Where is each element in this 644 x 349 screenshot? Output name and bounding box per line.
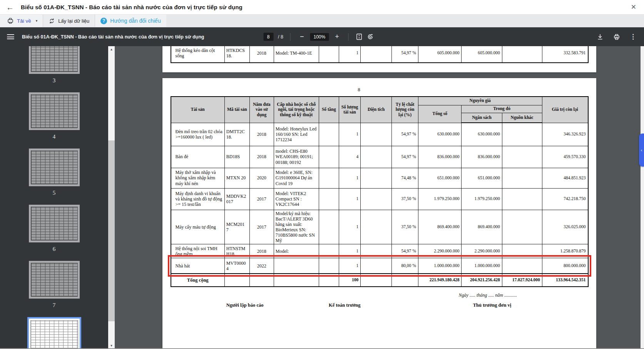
asset-table: Tài sản Mã tài sản Năm đưa vào sử dụng C… [171,96,589,287]
cell-spec: Model: Honeylux Led 160/160 SN: Led 1712… [274,123,319,146]
header-floors: Số tầng [319,97,339,123]
cell-asset: Hệ thống kéo dãn cột sống [171,46,225,63]
pdf-viewer-body: 3 4 5 6 7 [0,46,644,349]
side-panel-toggle[interactable]: ‹ [639,134,644,167]
cell-total: 630.000.000 [418,123,462,146]
zoom-in-button[interactable]: + [333,33,341,41]
zoom-level-badge: 100% [310,33,329,41]
cell-asset: Máy định danh vi khuẩn và kháng sinh đồ … [171,188,225,210]
cell-quantity: 1 [339,188,360,210]
cell-year: 2018 [249,244,274,258]
cell-year: 2020 [249,168,274,188]
download-button[interactable]: Tải về ▾ [0,15,43,27]
cell-spec: Model: e 360E, SN: G191000064 Dự án Covi… [274,168,319,188]
header-remaining-value: Giá trị còn lại [542,97,588,123]
download-label: Tải về [17,18,31,24]
cell-other [502,244,542,258]
question-icon: ? [100,18,107,24]
pdf-toolbar-center: / 8 − 100% + [263,27,374,46]
cell-budget: 605.000.000 [462,46,502,63]
download-icon [597,33,604,40]
thumbnail-page-6[interactable]: 6 [29,205,80,261]
header-year: Năm đưa vào sử dụng [249,97,274,123]
cell-asset: Máy cấy máu tự động [171,210,225,244]
thumbnail-page-3[interactable]: 3 [29,46,80,92]
cell-total-label: Tổng cộng [171,274,225,287]
cell-spec: Model: [274,244,319,258]
cell-area [361,46,392,63]
scroll-up-icon[interactable]: ▲ [108,46,115,53]
guide-link[interactable]: ? Hướng dẫn đối chiếu [95,15,166,27]
caret-down-icon: ▾ [36,19,38,23]
download-file-button[interactable] [597,33,604,40]
thumbnail-page-number: 5 [53,190,56,196]
page-scrollbar[interactable] [641,46,644,349]
asset-table-fragment: Hệ thống kéo dãn cột sống HTKDCS 18. 201… [171,46,589,63]
back-arrow-icon[interactable]: ← [6,3,14,11]
rotate-button[interactable] [367,33,374,40]
table-row-highlighted: Nhà hát MVT0000 4 2022 1 80,00 % 1.000.0… [171,258,588,274]
thumbnail-image [30,320,78,349]
header-original-price: Nguyên giá [418,97,542,105]
table-row: Máy cấy máu tự động MCM201 7 2017 Model/… [171,210,588,244]
thumbnail-page-8-selected[interactable] [27,317,81,349]
thumbnail-page-7[interactable]: 7 [29,261,80,317]
cell-floors [319,210,339,244]
cell-budget: 869.400.000 [462,210,502,244]
cell-quantity: 1 [339,168,360,188]
cell-quantity: 1 [339,46,360,63]
cell-empty [249,274,274,287]
fit-to-page-button[interactable] [356,33,363,40]
header-area: Diện tích [361,97,392,123]
thumbnail-sidebar: 3 4 5 6 7 [0,46,108,349]
cell-spec: Model: VITEK2 Compact SN : VK2C17644 [274,188,319,210]
cell-area [361,258,392,274]
header-total: Tổng số [418,105,462,123]
printer-icon [7,17,14,24]
cell-remaining: 1.258.870.879 [542,244,588,258]
cell-remaining: 326.025.000 [542,210,588,244]
print-button[interactable] [613,33,620,40]
zoom-out-button[interactable]: − [298,33,306,41]
cell-total-sum: 221.949.180.428 [418,274,462,287]
cell-quality: 54,97 % [392,46,418,63]
cell-quantity: 4 [339,146,360,168]
toolbar-divider [348,33,349,41]
cell-empty [361,274,392,287]
thumbnail-page-5[interactable]: 5 [29,149,80,205]
signature-preparer: Người lập báo cáo [226,302,264,308]
menu-icon[interactable] [7,33,14,41]
print-icon [613,33,620,40]
cell-year: 2017 [249,188,274,210]
sidebar-scrollbar-thumb[interactable] [108,140,115,321]
cell-other [502,168,542,188]
window-titlebar: ← Biểu số 01A-ĐK_TSNN - Báo cáo tài sản … [0,0,644,15]
thumbnail-page-number: 4 [53,134,56,140]
cell-area [361,123,392,146]
cell-quality: 54,97 % [392,146,418,168]
cell-floors [319,123,339,146]
cell-budget: 651.000.000 [462,168,502,188]
thumbnail-image [31,46,78,72]
reload-data-button[interactable]: Lấy lại dữ liệu [43,15,95,27]
cell-budget: 1.979.250.000 [462,188,502,210]
signature-unit-head: Thủ trưởng đơn vị [473,302,512,308]
thumbnail-page-4[interactable]: 4 [29,92,80,149]
header-quantity: Số lượng tài sản [339,97,360,123]
cell-remaining: 800.000.000 [542,258,588,274]
table-row: Máy định danh vi khuẩn và kháng sinh đồ … [171,188,588,210]
header-quality: Tỷ lệ chất lượng còn lại (%) [392,97,418,123]
reload-data-label: Lấy lại dữ liệu [58,18,89,24]
page-number-input[interactable] [263,33,273,41]
header-budget: Ngân sách [462,113,502,123]
cell-floors [319,188,339,210]
fit-page-icon [356,33,363,40]
cell-other [502,123,542,146]
cell-other [502,258,542,274]
guide-label: Hướng dẫn đối chiếu [110,18,161,24]
cell-code: BD18S [224,146,249,168]
more-options-button[interactable]: ⋮ [630,33,636,41]
close-icon[interactable]: ✕ [631,3,636,11]
cell-remaining: 459.570.330 [542,146,588,168]
cell-total: 836.000.000 [418,146,462,168]
